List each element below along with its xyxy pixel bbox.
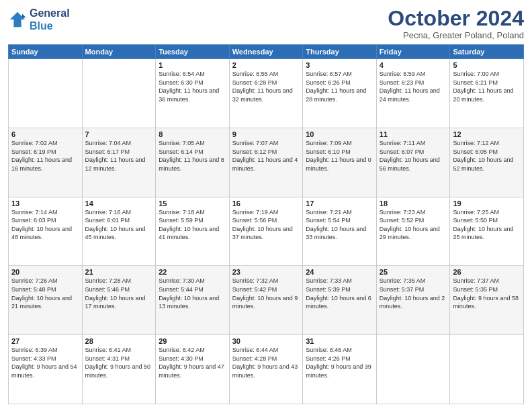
month-title: October 2024 (388, 7, 524, 30)
title-block: October 2024 Pecna, Greater Poland, Pola… (388, 7, 524, 40)
day-info: Sunrise: 7:16 AMSunset: 6:01 PMDaylight:… (85, 208, 153, 242)
calendar-cell (82, 59, 156, 128)
day-number: 17 (306, 199, 373, 208)
calendar-cell: 17Sunrise: 7:21 AMSunset: 5:54 PMDayligh… (303, 197, 377, 266)
calendar-cell: 20Sunrise: 7:26 AMSunset: 5:48 PMDayligh… (9, 266, 83, 335)
day-info: Sunrise: 6:55 AMSunset: 6:28 PMDaylight:… (232, 70, 300, 103)
calendar-cell: 3Sunrise: 6:57 AMSunset: 6:26 PMDaylight… (303, 59, 377, 128)
calendar-cell: 29Sunrise: 6:42 AMSunset: 4:30 PMDayligh… (156, 335, 230, 404)
day-number: 26 (453, 268, 521, 276)
calendar-week: 1Sunrise: 6:54 AMSunset: 6:30 PMDaylight… (9, 59, 524, 128)
calendar-cell: 24Sunrise: 7:33 AMSunset: 5:39 PMDayligh… (303, 266, 377, 335)
day-number: 9 (232, 130, 300, 138)
calendar-cell: 13Sunrise: 7:14 AMSunset: 6:03 PMDayligh… (9, 197, 83, 266)
day-number: 8 (159, 130, 226, 138)
calendar-week: 27Sunrise: 6:39 AMSunset: 4:33 PMDayligh… (9, 335, 524, 404)
day-info: Sunrise: 7:28 AMSunset: 5:46 PMDaylight:… (85, 277, 153, 310)
day-number: 16 (232, 199, 300, 208)
day-info: Sunrise: 7:30 AMSunset: 5:44 PMDaylight:… (159, 277, 226, 310)
calendar-cell: 26Sunrise: 7:37 AMSunset: 5:35 PMDayligh… (450, 266, 524, 335)
calendar-cell: 14Sunrise: 7:16 AMSunset: 6:01 PMDayligh… (82, 197, 156, 266)
calendar-cell: 15Sunrise: 7:18 AMSunset: 5:59 PMDayligh… (156, 197, 230, 266)
calendar-cell (9, 59, 83, 128)
header: General Blue October 2024 Pecna, Greater… (8, 7, 524, 40)
calendar-week: 20Sunrise: 7:26 AMSunset: 5:48 PMDayligh… (9, 266, 524, 335)
header-day: Saturday (450, 45, 524, 59)
day-info: Sunrise: 7:07 AMSunset: 6:12 PMDaylight:… (232, 139, 300, 173)
day-number: 25 (380, 268, 447, 276)
day-number: 6 (11, 130, 79, 138)
logo-icon (8, 10, 27, 29)
calendar-cell: 23Sunrise: 7:32 AMSunset: 5:42 PMDayligh… (229, 266, 303, 335)
calendar-cell (376, 335, 450, 404)
header-day: Thursday (303, 45, 377, 59)
day-info: Sunrise: 7:12 AMSunset: 6:05 PMDaylight:… (453, 139, 521, 173)
day-number: 18 (380, 199, 447, 208)
day-info: Sunrise: 7:11 AMSunset: 6:07 PMDaylight:… (380, 139, 447, 173)
day-info: Sunrise: 7:19 AMSunset: 5:56 PMDaylight:… (232, 208, 300, 242)
calendar-cell: 31Sunrise: 6:46 AMSunset: 4:26 PMDayligh… (303, 335, 377, 404)
header-day: Wednesday (229, 45, 303, 59)
day-number: 22 (159, 268, 226, 276)
day-number: 15 (159, 199, 226, 208)
day-info: Sunrise: 7:14 AMSunset: 6:03 PMDaylight:… (11, 208, 79, 242)
day-number: 2 (232, 61, 300, 69)
day-number: 5 (453, 61, 521, 69)
location-subtitle: Pecna, Greater Poland, Poland (388, 30, 524, 40)
calendar-cell: 9Sunrise: 7:07 AMSunset: 6:12 PMDaylight… (229, 128, 303, 197)
day-number: 31 (306, 337, 373, 345)
logo: General Blue (8, 7, 70, 32)
calendar-cell: 25Sunrise: 7:35 AMSunset: 5:37 PMDayligh… (376, 266, 450, 335)
calendar-week: 6Sunrise: 7:02 AMSunset: 6:19 PMDaylight… (9, 128, 524, 197)
day-number: 28 (85, 337, 153, 345)
day-number: 23 (232, 268, 300, 276)
day-number: 19 (453, 199, 521, 208)
calendar-cell: 28Sunrise: 6:41 AMSunset: 4:31 PMDayligh… (82, 335, 156, 404)
header-day: Friday (376, 45, 450, 59)
calendar-cell: 18Sunrise: 7:23 AMSunset: 5:52 PMDayligh… (376, 197, 450, 266)
day-number: 29 (159, 337, 226, 345)
day-info: Sunrise: 7:18 AMSunset: 5:59 PMDaylight:… (159, 208, 226, 242)
calendar-cell: 8Sunrise: 7:05 AMSunset: 6:14 PMDaylight… (156, 128, 230, 197)
calendar-cell: 16Sunrise: 7:19 AMSunset: 5:56 PMDayligh… (229, 197, 303, 266)
calendar-cell: 4Sunrise: 6:59 AMSunset: 6:23 PMDaylight… (376, 59, 450, 128)
day-info: Sunrise: 6:44 AMSunset: 4:28 PMDaylight:… (232, 346, 300, 379)
calendar-cell: 19Sunrise: 7:25 AMSunset: 5:50 PMDayligh… (450, 197, 524, 266)
day-number: 13 (11, 199, 79, 208)
day-info: Sunrise: 6:46 AMSunset: 4:26 PMDaylight:… (306, 346, 373, 379)
day-info: Sunrise: 7:05 AMSunset: 6:14 PMDaylight:… (159, 139, 226, 173)
day-number: 11 (380, 130, 447, 138)
day-number: 7 (85, 130, 153, 138)
day-info: Sunrise: 7:00 AMSunset: 6:21 PMDaylight:… (453, 70, 521, 103)
header-day: Monday (82, 45, 156, 59)
day-info: Sunrise: 6:39 AMSunset: 4:33 PMDaylight:… (11, 346, 79, 379)
day-number: 12 (453, 130, 521, 138)
calendar-cell: 10Sunrise: 7:09 AMSunset: 6:10 PMDayligh… (303, 128, 377, 197)
day-number: 27 (11, 337, 79, 345)
day-info: Sunrise: 7:02 AMSunset: 6:19 PMDaylight:… (11, 139, 79, 173)
day-info: Sunrise: 7:25 AMSunset: 5:50 PMDaylight:… (453, 208, 521, 242)
calendar-cell: 12Sunrise: 7:12 AMSunset: 6:05 PMDayligh… (450, 128, 524, 197)
svg-marker-0 (10, 12, 25, 27)
day-number: 30 (232, 337, 300, 345)
day-info: Sunrise: 7:26 AMSunset: 5:48 PMDaylight:… (11, 277, 79, 310)
day-info: Sunrise: 7:04 AMSunset: 6:17 PMDaylight:… (85, 139, 153, 173)
day-number: 4 (380, 61, 447, 69)
day-info: Sunrise: 6:41 AMSunset: 4:31 PMDaylight:… (85, 346, 153, 379)
calendar-cell: 1Sunrise: 6:54 AMSunset: 6:30 PMDaylight… (156, 59, 230, 128)
calendar-cell: 6Sunrise: 7:02 AMSunset: 6:19 PMDaylight… (9, 128, 83, 197)
calendar-table: SundayMondayTuesdayWednesdayThursdayFrid… (8, 44, 524, 404)
calendar-cell: 11Sunrise: 7:11 AMSunset: 6:07 PMDayligh… (376, 128, 450, 197)
calendar-cell: 22Sunrise: 7:30 AMSunset: 5:44 PMDayligh… (156, 266, 230, 335)
header-row: SundayMondayTuesdayWednesdayThursdayFrid… (9, 45, 524, 59)
calendar-week: 13Sunrise: 7:14 AMSunset: 6:03 PMDayligh… (9, 197, 524, 266)
calendar-cell (450, 335, 524, 404)
day-number: 14 (85, 199, 153, 208)
day-info: Sunrise: 6:42 AMSunset: 4:30 PMDaylight:… (159, 346, 226, 379)
calendar-cell: 27Sunrise: 6:39 AMSunset: 4:33 PMDayligh… (9, 335, 83, 404)
day-number: 21 (85, 268, 153, 276)
calendar-cell: 21Sunrise: 7:28 AMSunset: 5:46 PMDayligh… (82, 266, 156, 335)
day-info: Sunrise: 7:09 AMSunset: 6:10 PMDaylight:… (306, 139, 373, 173)
day-info: Sunrise: 7:33 AMSunset: 5:39 PMDaylight:… (306, 277, 373, 310)
day-info: Sunrise: 7:35 AMSunset: 5:37 PMDaylight:… (380, 277, 447, 310)
